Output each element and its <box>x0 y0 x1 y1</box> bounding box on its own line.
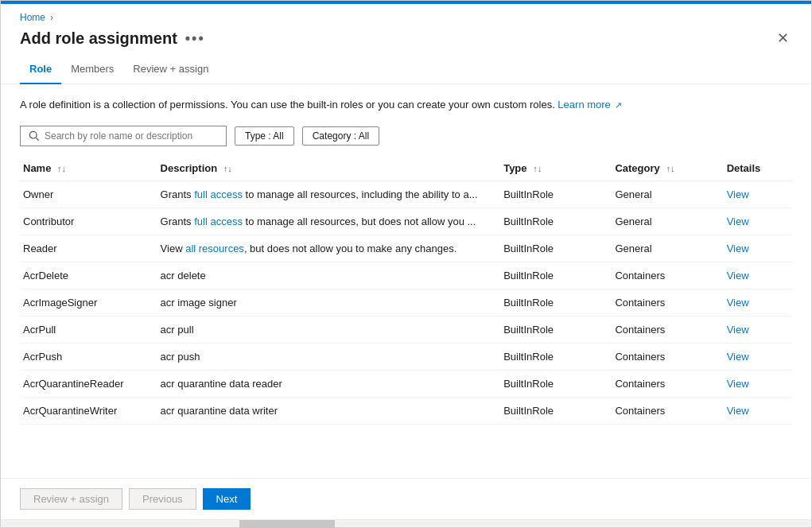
cell-name: Reader <box>20 235 157 262</box>
cell-name: AcrQuarantineWriter <box>20 397 157 424</box>
footer: Review + assign Previous Next <box>1 478 811 519</box>
table-row[interactable]: AcrPushacr pushBuiltInRoleContainersView <box>20 343 792 370</box>
cell-description: Grants full access to manage all resourc… <box>157 208 501 235</box>
dialog-header: Add role assignment ••• ✕ <box>1 26 811 56</box>
table-row[interactable]: AcrQuarantineWriteracr quarantine data w… <box>20 397 792 424</box>
cell-category: General <box>612 208 723 235</box>
cell-category: Containers <box>612 370 723 397</box>
cell-category: General <box>612 235 723 262</box>
view-link[interactable]: View <box>727 378 749 390</box>
view-link[interactable]: View <box>727 188 749 200</box>
content-area: A role definition is a collection of per… <box>1 84 811 478</box>
tab-review-assign[interactable]: Review + assign <box>123 56 218 84</box>
table-row[interactable]: ReaderView all resources, but does not a… <box>20 235 792 262</box>
cell-type: BuiltInRole <box>500 208 612 235</box>
svg-line-1 <box>36 138 39 141</box>
cell-category: General <box>612 181 723 208</box>
cell-category: Containers <box>612 289 723 316</box>
cell-name: Contributor <box>20 208 157 235</box>
table-row[interactable]: OwnerGrants full access to manage all re… <box>20 181 792 208</box>
horizontal-scrollbar[interactable] <box>1 519 811 527</box>
cell-description: View all resources, but does not allow y… <box>157 235 501 262</box>
cell-details: View <box>724 181 792 208</box>
col-header-description[interactable]: Description ↑↓ <box>157 156 501 181</box>
horizontal-scrollbar-thumb[interactable] <box>239 520 335 528</box>
close-icon: ✕ <box>777 29 789 47</box>
table-row[interactable]: ContributorGrants full access to manage … <box>20 208 792 235</box>
cell-type: BuiltInRole <box>500 262 612 289</box>
description-text: A role definition is a collection of per… <box>20 97 792 113</box>
cell-name: AcrPush <box>20 343 157 370</box>
tab-bar: Role Members Review + assign <box>1 56 811 84</box>
category-filter-pill[interactable]: Category : All <box>302 126 379 146</box>
next-button[interactable]: Next <box>203 488 251 510</box>
type-filter-pill[interactable]: Type : All <box>235 126 294 146</box>
view-link[interactable]: View <box>727 243 749 254</box>
cell-details: View <box>724 343 792 370</box>
search-box[interactable] <box>20 126 227 146</box>
search-input[interactable] <box>45 130 218 142</box>
external-link-icon: ↗ <box>615 100 622 110</box>
cell-category: Containers <box>612 262 723 289</box>
table-row[interactable]: AcrImageSigneracr image signerBuiltInRol… <box>20 289 792 316</box>
cell-details: View <box>724 370 792 397</box>
cell-name: AcrQuarantineReader <box>20 370 157 397</box>
cell-type: BuiltInRole <box>500 181 612 208</box>
cell-details: View <box>724 235 792 262</box>
review-assign-button[interactable]: Review + assign <box>20 488 122 510</box>
view-link[interactable]: View <box>727 405 749 417</box>
roles-table: Name ↑↓ Description ↑↓ Type ↑↓ Category … <box>20 156 792 425</box>
learn-more-link[interactable]: Learn more ↗ <box>558 99 622 111</box>
col-header-details: Details <box>724 156 792 181</box>
col-header-type[interactable]: Type ↑↓ <box>500 156 612 181</box>
cell-description: acr delete <box>157 262 501 289</box>
cell-category: Containers <box>612 316 723 343</box>
cell-category: Containers <box>612 343 723 370</box>
table-row[interactable]: AcrQuarantineReaderacr quarantine data r… <box>20 370 792 397</box>
cell-name: AcrDelete <box>20 262 157 289</box>
sort-icon-name: ↑↓ <box>57 164 66 173</box>
close-button[interactable]: ✕ <box>774 26 792 50</box>
sort-icon-category: ↑↓ <box>666 164 674 173</box>
sort-icon-description: ↑↓ <box>223 164 232 173</box>
breadcrumb-home-link[interactable]: Home <box>20 12 45 23</box>
sort-icon-type: ↑↓ <box>533 164 542 173</box>
cell-description: acr quarantine data writer <box>157 397 501 424</box>
view-link[interactable]: View <box>727 215 749 227</box>
view-link[interactable]: View <box>727 324 749 336</box>
cell-details: View <box>724 316 792 343</box>
col-header-name[interactable]: Name ↑↓ <box>20 156 157 181</box>
cell-description: acr push <box>157 343 501 370</box>
cell-category: Containers <box>612 397 723 424</box>
table-header-row: Name ↑↓ Description ↑↓ Type ↑↓ Category … <box>20 156 792 181</box>
previous-button[interactable]: Previous <box>129 488 196 510</box>
tab-members[interactable]: Members <box>61 56 123 84</box>
tab-role[interactable]: Role <box>20 56 61 84</box>
cell-details: View <box>724 397 792 424</box>
cell-details: View <box>724 208 792 235</box>
more-options-icon[interactable]: ••• <box>185 30 205 47</box>
view-link[interactable]: View <box>727 270 749 281</box>
roles-table-container: Name ↑↓ Description ↑↓ Type ↑↓ Category … <box>20 156 792 479</box>
search-icon <box>29 130 40 142</box>
svg-point-0 <box>29 131 37 138</box>
table-row[interactable]: AcrPullacr pullBuiltInRoleContainersView <box>20 316 792 343</box>
cell-name: Owner <box>20 181 157 208</box>
dialog-title: Add role assignment ••• <box>20 29 205 48</box>
cell-name: AcrPull <box>20 316 157 343</box>
breadcrumb: Home › <box>1 4 811 26</box>
cell-details: View <box>724 262 792 289</box>
col-header-category[interactable]: Category ↑↓ <box>612 156 723 181</box>
table-row[interactable]: AcrDeleteacr deleteBuiltInRoleContainers… <box>20 262 792 289</box>
cell-name: AcrImageSigner <box>20 289 157 316</box>
title-text: Add role assignment <box>20 29 177 48</box>
view-link[interactable]: View <box>727 297 749 309</box>
add-role-assignment-dialog: Home › Add role assignment ••• ✕ Role Me… <box>0 0 812 528</box>
cell-description: acr image signer <box>157 289 501 316</box>
cell-type: BuiltInRole <box>500 289 612 316</box>
view-link[interactable]: View <box>727 351 749 363</box>
filters-row: Type : All Category : All <box>20 126 792 146</box>
cell-type: BuiltInRole <box>500 370 612 397</box>
breadcrumb-separator: › <box>50 12 53 23</box>
cell-type: BuiltInRole <box>500 397 612 424</box>
